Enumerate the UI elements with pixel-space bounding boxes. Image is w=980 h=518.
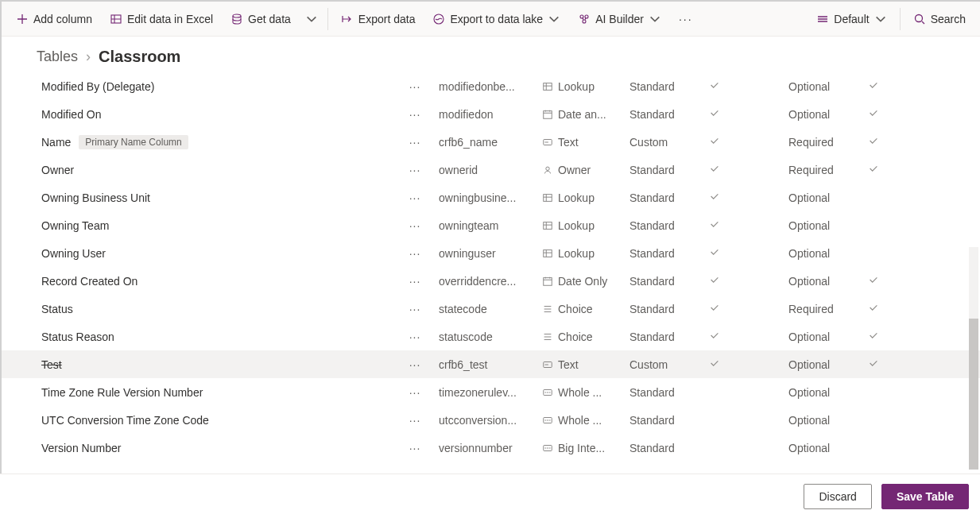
row-more-button[interactable]: ···: [391, 191, 439, 204]
column-required: Optional: [788, 331, 868, 343]
column-display-name: Time Zone Rule Version Number: [41, 386, 391, 399]
table-row[interactable]: Version Number···versionnumberBig Inte..…: [2, 434, 980, 462]
row-more-button[interactable]: ···: [391, 136, 439, 149]
searchable-check: [868, 274, 908, 288]
table-row[interactable]: Owning Team···owningteamLookupStandardOp…: [2, 211, 980, 239]
save-table-button[interactable]: Save Table: [881, 484, 969, 509]
searchable-check: [868, 330, 908, 343]
column-schema-name: overriddencre...: [439, 275, 542, 288]
row-more-button[interactable]: ···: [391, 303, 439, 315]
row-more-button[interactable]: ···: [391, 331, 439, 343]
get-data-dropdown[interactable]: [300, 8, 323, 30]
column-data-type: Whole ...: [542, 414, 629, 427]
table-row[interactable]: Owning User···owninguserLookupStandardOp…: [2, 239, 980, 267]
table-row[interactable]: Owning Business Unit···owningbusine...Lo…: [2, 184, 980, 211]
column-data-type: Text: [542, 136, 629, 149]
column-type: Standard: [629, 80, 709, 93]
row-more-button[interactable]: ···: [391, 108, 439, 121]
edit-excel-button[interactable]: Edit data in Excel: [102, 8, 221, 30]
column-schema-name: versionnumber: [439, 442, 542, 454]
table-row[interactable]: Owner···owneridOwnerStandardRequired: [2, 156, 980, 184]
table-row[interactable]: Time Zone Rule Version Number···timezone…: [2, 378, 980, 406]
column-schema-name: owningbusine...: [439, 191, 542, 204]
svg-point-10: [546, 167, 549, 170]
column-data-type: Whole ...: [542, 386, 629, 399]
column-display-name: Record Created On: [41, 275, 391, 288]
column-type: Standard: [629, 442, 709, 454]
row-more-button[interactable]: ···: [391, 414, 439, 427]
searchable-check: [868, 107, 908, 121]
add-column-button[interactable]: Add column: [8, 8, 100, 30]
column-schema-name: crfb6_test: [439, 358, 542, 371]
searchable-check: [868, 135, 908, 149]
toolbar-divider: [327, 8, 328, 30]
get-data-label: Get data: [248, 13, 291, 25]
plus-icon: [16, 13, 29, 25]
managed-check: [709, 358, 788, 371]
breadcrumb: Tables › Classroom: [2, 37, 980, 72]
primary-name-badge: Primary Name Column: [79, 135, 188, 149]
managed-check: [709, 330, 788, 343]
column-display-name: Version Number: [41, 442, 391, 454]
view-icon: [816, 13, 829, 25]
column-display-name: Status: [41, 303, 391, 315]
table-row[interactable]: Record Created On···overriddencre...Date…: [2, 267, 980, 295]
svg-rect-14: [544, 277, 552, 285]
column-schema-name: statecode: [439, 303, 542, 315]
command-bar: Add column Edit data in Excel Get data E…: [2, 2, 980, 37]
column-data-type: Big Inte...: [542, 442, 629, 454]
table-row[interactable]: Test···crfb6_testTextCustomOptional: [2, 350, 980, 378]
export-lake-label: Export to data lake: [450, 13, 543, 25]
row-more-button[interactable]: ···: [391, 247, 439, 260]
managed-check: [709, 274, 788, 288]
chevron-down-icon: [305, 13, 318, 25]
row-more-button[interactable]: ···: [391, 164, 439, 176]
export-data-button[interactable]: Export data: [333, 8, 424, 30]
column-type: Standard: [629, 191, 709, 204]
column-schema-name: utcconversion...: [439, 414, 542, 427]
column-data-type: Date an...: [542, 108, 629, 121]
table-row[interactable]: Modified On···modifiedonDate an...Standa…: [2, 100, 980, 128]
ai-builder-button[interactable]: AI Builder: [570, 8, 669, 30]
get-data-button[interactable]: Get data: [223, 8, 299, 30]
row-more-button[interactable]: ···: [391, 442, 439, 454]
scrollbar-thumb[interactable]: [969, 319, 978, 470]
column-required: Required: [788, 164, 868, 176]
managed-check: [709, 135, 788, 149]
row-more-button[interactable]: ···: [391, 219, 439, 232]
chevron-down-icon: [649, 13, 661, 25]
toolbar-divider: [900, 8, 901, 30]
database-icon: [230, 13, 243, 25]
table-row[interactable]: UTC Conversion Time Zone Code···utcconve…: [2, 406, 980, 434]
row-more-button[interactable]: ···: [391, 275, 439, 288]
managed-check: [709, 302, 788, 315]
chevron-down-icon: [874, 13, 887, 25]
row-more-button[interactable]: ···: [391, 386, 439, 399]
column-schema-name: owningteam: [439, 219, 542, 232]
edit-excel-label: Edit data in Excel: [127, 13, 213, 25]
svg-point-1: [233, 14, 241, 17]
row-more-button[interactable]: ···: [391, 358, 439, 371]
table-row[interactable]: Status···statecodeChoiceStandardRequired: [2, 295, 980, 323]
column-display-name: Owning User: [41, 247, 391, 260]
column-display-name: Owning Team: [41, 219, 391, 232]
row-more-button[interactable]: ···: [391, 80, 439, 93]
ai-builder-label: AI Builder: [595, 13, 644, 25]
search-button[interactable]: Search: [905, 8, 974, 30]
overflow-button[interactable]: ···: [671, 8, 701, 30]
column-data-type: Lookup: [542, 247, 629, 260]
view-selector[interactable]: Default: [808, 8, 894, 30]
column-required: Required: [788, 303, 868, 315]
managed-check: [709, 79, 788, 93]
column-type: Standard: [629, 247, 709, 260]
column-display-name: Modified On: [41, 108, 391, 121]
breadcrumb-parent[interactable]: Tables: [37, 48, 78, 65]
export-lake-button[interactable]: Export to data lake: [424, 8, 568, 30]
table-row[interactable]: NamePrimary Name Column···crfb6_nameText…: [2, 128, 980, 156]
export-icon: [341, 13, 354, 25]
table-row[interactable]: Status Reason···statuscodeChoiceStandard…: [2, 323, 980, 350]
discard-button[interactable]: Discard: [804, 484, 871, 509]
table-row[interactable]: Modified By (Delegate)···modifiedonbe...…: [2, 72, 980, 100]
column-required: Optional: [788, 108, 868, 121]
footer-bar: Discard Save Table: [1, 474, 980, 518]
